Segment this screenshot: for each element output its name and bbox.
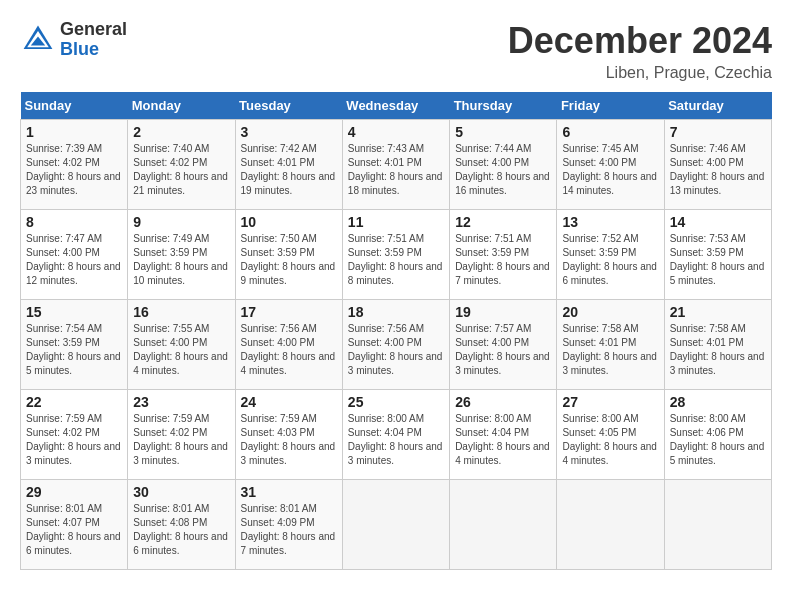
day-info: Sunrise: 8:00 AM Sunset: 4:06 PM Dayligh… <box>670 412 766 468</box>
weekday-header-sunday: Sunday <box>21 92 128 120</box>
calendar-cell: 25 Sunrise: 8:00 AM Sunset: 4:04 PM Dayl… <box>342 390 449 480</box>
day-number: 4 <box>348 124 444 140</box>
day-info: Sunrise: 7:50 AM Sunset: 3:59 PM Dayligh… <box>241 232 337 288</box>
calendar-cell: 2 Sunrise: 7:40 AM Sunset: 4:02 PM Dayli… <box>128 120 235 210</box>
day-number: 24 <box>241 394 337 410</box>
day-info: Sunrise: 7:51 AM Sunset: 3:59 PM Dayligh… <box>348 232 444 288</box>
day-info: Sunrise: 7:39 AM Sunset: 4:02 PM Dayligh… <box>26 142 122 198</box>
calendar-week-4: 22 Sunrise: 7:59 AM Sunset: 4:02 PM Dayl… <box>21 390 772 480</box>
day-info: Sunrise: 7:58 AM Sunset: 4:01 PM Dayligh… <box>562 322 658 378</box>
day-info: Sunrise: 8:01 AM Sunset: 4:07 PM Dayligh… <box>26 502 122 558</box>
calendar-week-5: 29 Sunrise: 8:01 AM Sunset: 4:07 PM Dayl… <box>21 480 772 570</box>
day-number: 20 <box>562 304 658 320</box>
calendar-header: SundayMondayTuesdayWednesdayThursdayFrid… <box>21 92 772 120</box>
calendar-cell: 29 Sunrise: 8:01 AM Sunset: 4:07 PM Dayl… <box>21 480 128 570</box>
calendar-cell: 24 Sunrise: 7:59 AM Sunset: 4:03 PM Dayl… <box>235 390 342 480</box>
day-number: 9 <box>133 214 229 230</box>
calendar-cell: 27 Sunrise: 8:00 AM Sunset: 4:05 PM Dayl… <box>557 390 664 480</box>
day-info: Sunrise: 7:55 AM Sunset: 4:00 PM Dayligh… <box>133 322 229 378</box>
calendar-cell: 6 Sunrise: 7:45 AM Sunset: 4:00 PM Dayli… <box>557 120 664 210</box>
calendar-week-3: 15 Sunrise: 7:54 AM Sunset: 3:59 PM Dayl… <box>21 300 772 390</box>
calendar-cell <box>557 480 664 570</box>
calendar-cell: 3 Sunrise: 7:42 AM Sunset: 4:01 PM Dayli… <box>235 120 342 210</box>
day-info: Sunrise: 7:42 AM Sunset: 4:01 PM Dayligh… <box>241 142 337 198</box>
calendar-cell <box>664 480 771 570</box>
day-number: 30 <box>133 484 229 500</box>
calendar-cell <box>342 480 449 570</box>
day-number: 19 <box>455 304 551 320</box>
calendar-cell: 17 Sunrise: 7:56 AM Sunset: 4:00 PM Dayl… <box>235 300 342 390</box>
calendar-cell: 31 Sunrise: 8:01 AM Sunset: 4:09 PM Dayl… <box>235 480 342 570</box>
day-number: 7 <box>670 124 766 140</box>
day-info: Sunrise: 7:44 AM Sunset: 4:00 PM Dayligh… <box>455 142 551 198</box>
calendar-cell: 7 Sunrise: 7:46 AM Sunset: 4:00 PM Dayli… <box>664 120 771 210</box>
calendar-cell: 10 Sunrise: 7:50 AM Sunset: 3:59 PM Dayl… <box>235 210 342 300</box>
calendar-cell: 28 Sunrise: 8:00 AM Sunset: 4:06 PM Dayl… <box>664 390 771 480</box>
day-number: 6 <box>562 124 658 140</box>
weekday-header-wednesday: Wednesday <box>342 92 449 120</box>
calendar-subtitle: Liben, Prague, Czechia <box>508 64 772 82</box>
calendar-body: 1 Sunrise: 7:39 AM Sunset: 4:02 PM Dayli… <box>21 120 772 570</box>
logo-icon <box>20 22 56 58</box>
logo: General Blue <box>20 20 127 60</box>
day-number: 16 <box>133 304 229 320</box>
day-info: Sunrise: 7:58 AM Sunset: 4:01 PM Dayligh… <box>670 322 766 378</box>
calendar-title: December 2024 <box>508 20 772 62</box>
day-number: 21 <box>670 304 766 320</box>
day-info: Sunrise: 7:47 AM Sunset: 4:00 PM Dayligh… <box>26 232 122 288</box>
day-info: Sunrise: 7:56 AM Sunset: 4:00 PM Dayligh… <box>241 322 337 378</box>
calendar-cell: 18 Sunrise: 7:56 AM Sunset: 4:00 PM Dayl… <box>342 300 449 390</box>
day-number: 12 <box>455 214 551 230</box>
calendar-cell: 11 Sunrise: 7:51 AM Sunset: 3:59 PM Dayl… <box>342 210 449 300</box>
day-info: Sunrise: 7:53 AM Sunset: 3:59 PM Dayligh… <box>670 232 766 288</box>
day-number: 25 <box>348 394 444 410</box>
day-info: Sunrise: 7:52 AM Sunset: 3:59 PM Dayligh… <box>562 232 658 288</box>
day-number: 8 <box>26 214 122 230</box>
day-number: 1 <box>26 124 122 140</box>
calendar-cell: 1 Sunrise: 7:39 AM Sunset: 4:02 PM Dayli… <box>21 120 128 210</box>
day-number: 10 <box>241 214 337 230</box>
calendar-cell: 15 Sunrise: 7:54 AM Sunset: 3:59 PM Dayl… <box>21 300 128 390</box>
day-number: 14 <box>670 214 766 230</box>
day-number: 3 <box>241 124 337 140</box>
calendar-cell: 8 Sunrise: 7:47 AM Sunset: 4:00 PM Dayli… <box>21 210 128 300</box>
day-info: Sunrise: 7:51 AM Sunset: 3:59 PM Dayligh… <box>455 232 551 288</box>
day-info: Sunrise: 8:00 AM Sunset: 4:05 PM Dayligh… <box>562 412 658 468</box>
day-number: 31 <box>241 484 337 500</box>
day-info: Sunrise: 7:43 AM Sunset: 4:01 PM Dayligh… <box>348 142 444 198</box>
day-info: Sunrise: 8:00 AM Sunset: 4:04 PM Dayligh… <box>455 412 551 468</box>
day-number: 18 <box>348 304 444 320</box>
title-section: December 2024 Liben, Prague, Czechia <box>508 20 772 82</box>
calendar-cell: 30 Sunrise: 8:01 AM Sunset: 4:08 PM Dayl… <box>128 480 235 570</box>
calendar-cell: 13 Sunrise: 7:52 AM Sunset: 3:59 PM Dayl… <box>557 210 664 300</box>
calendar-cell: 9 Sunrise: 7:49 AM Sunset: 3:59 PM Dayli… <box>128 210 235 300</box>
weekday-header-tuesday: Tuesday <box>235 92 342 120</box>
logo-general-text: General <box>60 20 127 40</box>
day-info: Sunrise: 7:40 AM Sunset: 4:02 PM Dayligh… <box>133 142 229 198</box>
day-number: 17 <box>241 304 337 320</box>
calendar-cell: 4 Sunrise: 7:43 AM Sunset: 4:01 PM Dayli… <box>342 120 449 210</box>
day-number: 11 <box>348 214 444 230</box>
day-info: Sunrise: 7:57 AM Sunset: 4:00 PM Dayligh… <box>455 322 551 378</box>
day-info: Sunrise: 7:59 AM Sunset: 4:03 PM Dayligh… <box>241 412 337 468</box>
day-number: 22 <box>26 394 122 410</box>
weekday-header-friday: Friday <box>557 92 664 120</box>
calendar-table: SundayMondayTuesdayWednesdayThursdayFrid… <box>20 92 772 570</box>
calendar-cell: 19 Sunrise: 7:57 AM Sunset: 4:00 PM Dayl… <box>450 300 557 390</box>
day-number: 15 <box>26 304 122 320</box>
calendar-cell: 23 Sunrise: 7:59 AM Sunset: 4:02 PM Dayl… <box>128 390 235 480</box>
day-info: Sunrise: 7:59 AM Sunset: 4:02 PM Dayligh… <box>26 412 122 468</box>
day-info: Sunrise: 7:54 AM Sunset: 3:59 PM Dayligh… <box>26 322 122 378</box>
calendar-week-1: 1 Sunrise: 7:39 AM Sunset: 4:02 PM Dayli… <box>21 120 772 210</box>
day-info: Sunrise: 7:56 AM Sunset: 4:00 PM Dayligh… <box>348 322 444 378</box>
day-info: Sunrise: 7:49 AM Sunset: 3:59 PM Dayligh… <box>133 232 229 288</box>
calendar-week-2: 8 Sunrise: 7:47 AM Sunset: 4:00 PM Dayli… <box>21 210 772 300</box>
weekday-header-saturday: Saturday <box>664 92 771 120</box>
weekday-row: SundayMondayTuesdayWednesdayThursdayFrid… <box>21 92 772 120</box>
day-info: Sunrise: 7:59 AM Sunset: 4:02 PM Dayligh… <box>133 412 229 468</box>
day-number: 28 <box>670 394 766 410</box>
weekday-header-monday: Monday <box>128 92 235 120</box>
calendar-cell: 26 Sunrise: 8:00 AM Sunset: 4:04 PM Dayl… <box>450 390 557 480</box>
day-number: 26 <box>455 394 551 410</box>
day-number: 2 <box>133 124 229 140</box>
